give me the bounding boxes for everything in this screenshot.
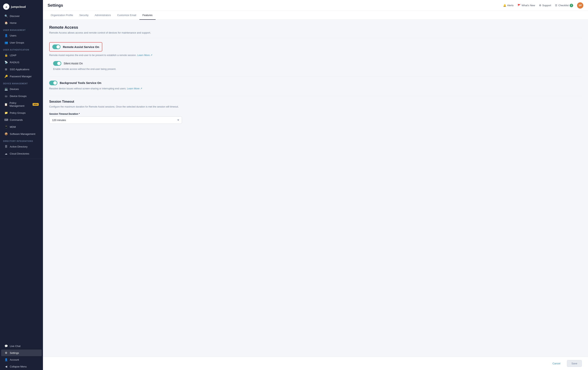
alerts-label: Alerts xyxy=(507,4,514,7)
device-groups-icon: 🗂 xyxy=(4,94,8,98)
sidebar-item-label: Commands xyxy=(10,118,23,121)
silent-assist-section: Silent Assist On Enable remote access wi… xyxy=(49,61,582,71)
background-tools-toggle[interactable] xyxy=(49,81,57,85)
background-tools-toggle-row: Background Tools Service On xyxy=(49,81,582,85)
sidebar-item-active-directory[interactable]: 🗄 Active Directory xyxy=(1,143,42,150)
live-chat-icon: 💬 xyxy=(4,344,8,348)
policy-groups-icon: 📁 xyxy=(4,111,8,114)
page-content: Remote Access Remote Access allows acces… xyxy=(43,20,588,357)
tab-features[interactable]: Features xyxy=(139,11,156,20)
sidebar-item-software-management[interactable]: 📦 Software Management xyxy=(1,131,42,137)
policy-mgmt-icon: 📋 xyxy=(4,103,8,106)
new-badge: NEW xyxy=(33,103,39,106)
discover-icon: 🔍 xyxy=(4,14,8,18)
remote-access-title: Remote Access xyxy=(49,25,582,30)
devices-icon: 💻 xyxy=(4,87,8,91)
sidebar-item-label: Policy Management xyxy=(10,102,31,107)
sidebar-item-label: SSO Applications xyxy=(10,68,29,71)
sidebar-item-user-groups[interactable]: 👥 User Groups xyxy=(1,39,42,46)
sidebar-divider xyxy=(0,159,43,159)
section-user-management-label: User Management xyxy=(0,26,43,32)
support-icon: ⚙ xyxy=(539,4,541,7)
cancel-button[interactable]: Cancel xyxy=(548,360,565,367)
mdm-icon: 📱 xyxy=(4,125,8,128)
page-title: Settings xyxy=(48,3,503,8)
remote-assist-section: Remote Assist Service On Remote Assist r… xyxy=(49,42,582,71)
sidebar-item-policy-management[interactable]: 📋 Policy Management NEW xyxy=(1,100,42,109)
users-icon: 👤 xyxy=(4,34,8,37)
background-tools-learn-more[interactable]: Learn More ↗ xyxy=(127,87,142,90)
flag-icon: 🚩 xyxy=(517,4,521,7)
support-button[interactable]: ⚙ Support xyxy=(539,4,551,7)
silent-assist-desc: Enable remote access without the end-use… xyxy=(53,67,582,71)
logo[interactable]: ☁ jumpcloud xyxy=(0,0,43,12)
silent-assist-toggle-row: Silent Assist On xyxy=(53,61,582,66)
remote-assist-label: Remote Assist Service On xyxy=(63,45,99,49)
bell-icon: 🔔 xyxy=(503,4,506,7)
background-tools-thumb xyxy=(53,81,57,85)
tabs-bar: Organization Profile Security Administra… xyxy=(43,11,588,20)
sidebar-item-label: Users xyxy=(10,34,16,37)
sidebar-item-settings[interactable]: ⚙ Settings xyxy=(1,349,42,356)
user-groups-icon: 👥 xyxy=(4,41,8,44)
silent-assist-toggle[interactable] xyxy=(53,61,61,66)
top-header: Settings 🔔 Alerts 🚩 What's New ⚙ Support… xyxy=(43,0,588,11)
sidebar-item-device-groups[interactable]: 🗂 Device Groups xyxy=(1,93,42,99)
sidebar-item-label: User Groups xyxy=(10,41,24,44)
radius-icon: 📡 xyxy=(4,61,8,64)
background-tools-section: Background Tools Service On Resolve devi… xyxy=(49,81,582,91)
home-icon: 🏠 xyxy=(4,21,8,24)
sidebar-item-cloud-directories[interactable]: ☁ Cloud Directories xyxy=(1,150,42,157)
checklist-button[interactable]: ☰ Checklist 1 xyxy=(555,4,573,7)
sidebar-item-label: Live Chat xyxy=(10,345,21,348)
sidebar-item-mdm[interactable]: 📱 MDM xyxy=(1,123,42,130)
checklist-count: 1 xyxy=(570,4,573,7)
tab-org-profile[interactable]: Organization Profile xyxy=(48,11,76,20)
commands-icon: ⌨ xyxy=(4,118,8,121)
sidebar-item-label: Cloud Directories xyxy=(10,152,29,155)
sidebar-item-home[interactable]: 🏠 Home xyxy=(1,20,42,26)
section-directory-integrations-label: Directory Integrations xyxy=(0,137,43,143)
remote-assist-highlight: Remote Assist Service On xyxy=(49,42,102,51)
sidebar-item-label: RADIUS xyxy=(10,61,19,64)
settings-icon: ⚙ xyxy=(4,351,8,354)
sidebar-item-account[interactable]: 👤 Account xyxy=(1,356,42,363)
whats-new-button[interactable]: 🚩 What's New xyxy=(517,4,535,7)
sidebar-item-live-chat[interactable]: 💬 Live Chat xyxy=(1,343,42,349)
save-button[interactable]: Save xyxy=(567,360,582,367)
divider-2 xyxy=(49,76,582,77)
duration-select[interactable]: 30 minutes 60 minutes 90 minutes 120 min… xyxy=(49,116,182,124)
tab-customize-email[interactable]: Customize Email xyxy=(114,11,139,20)
sidebar-item-discover[interactable]: 🔍 Discover xyxy=(1,13,42,19)
sidebar-item-collapse-menu[interactable]: ◀ Collapse Menu xyxy=(1,363,42,370)
remote-assist-toggle[interactable] xyxy=(52,44,61,49)
sidebar-item-label: Active Directory xyxy=(10,145,28,148)
alerts-button[interactable]: 🔔 Alerts xyxy=(503,4,514,7)
sso-icon: ⊞ xyxy=(4,68,8,71)
user-avatar[interactable]: SP xyxy=(577,2,583,9)
tab-administrators[interactable]: Administrators xyxy=(92,11,114,20)
main-area: Settings 🔔 Alerts 🚩 What's New ⚙ Support… xyxy=(43,0,588,370)
sidebar-item-sso-applications[interactable]: ⊞ SSO Applications xyxy=(1,66,42,72)
sidebar-item-commands[interactable]: ⌨ Commands xyxy=(1,116,42,123)
sidebar-item-ldap[interactable]: 🔒 LDAP xyxy=(1,52,42,59)
session-timeout-desc: Configure the maximum duration for Remot… xyxy=(49,105,582,109)
sidebar-item-devices[interactable]: 💻 Devices xyxy=(1,86,42,92)
sidebar-item-label: Collapse Menu xyxy=(10,365,27,368)
sidebar-item-label: Account xyxy=(10,358,19,361)
whats-new-label: What's New xyxy=(522,4,535,7)
remote-assist-track xyxy=(52,44,61,49)
sidebar-item-policy-groups[interactable]: 📁 Policy Groups xyxy=(1,110,42,116)
sidebar-item-label: MDM xyxy=(10,125,16,128)
collapse-icon: ◀ xyxy=(4,365,8,368)
remote-assist-learn-more[interactable]: Learn More ↗ xyxy=(137,54,152,57)
account-icon: 👤 xyxy=(4,358,8,361)
sidebar-item-password-manager[interactable]: 🔑 Password Manager xyxy=(1,73,42,80)
sidebar-item-users[interactable]: 👤 Users xyxy=(1,32,42,39)
sidebar-item-label: Device Groups xyxy=(10,95,27,98)
tab-security[interactable]: Security xyxy=(76,11,92,20)
checklist-label: Checklist xyxy=(558,4,569,7)
sidebar-item-radius[interactable]: 📡 RADIUS xyxy=(1,59,42,66)
logo-icon: ☁ xyxy=(3,3,9,10)
sidebar-item-label: Policy Groups xyxy=(10,112,26,114)
